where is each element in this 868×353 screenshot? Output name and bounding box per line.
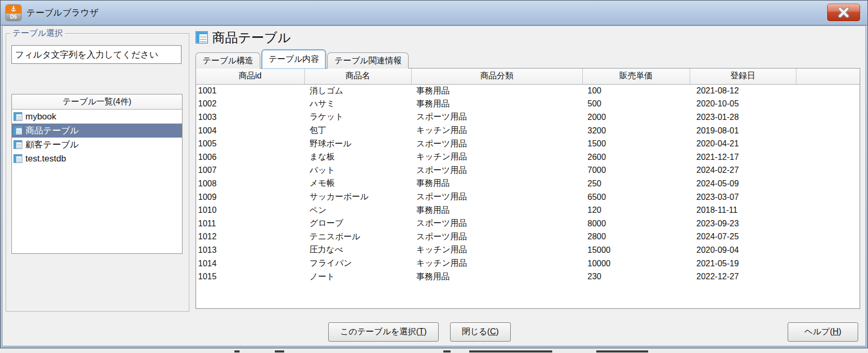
- table-cell: 野球ボール: [304, 137, 411, 151]
- table-list-item[interactable]: 商品テーブル: [12, 124, 182, 138]
- table-cell: 2022-12-27: [690, 270, 796, 283]
- table-list-item[interactable]: 顧客テーブル: [12, 138, 182, 152]
- tab[interactable]: テーブル内容: [261, 49, 326, 69]
- table-row[interactable]: 1008メモ帳事務用品2502024-05-09: [196, 177, 860, 191]
- table-cell: 1008: [196, 177, 304, 191]
- background-window-fragment: [596, 350, 648, 352]
- table-cell: 1007: [196, 164, 304, 178]
- table-cell: 2024-05-09: [690, 177, 796, 191]
- table-cell: 2000: [582, 111, 690, 124]
- table-cell: 2024-07-25: [690, 230, 796, 244]
- dialog-client-area: テーブル選択 テーブル一覧(4件) mybook 商品テーブル: [2, 25, 866, 346]
- table-cell: テニスボール: [304, 230, 411, 244]
- filter-input[interactable]: [11, 45, 181, 64]
- table-cell: フライパン: [304, 257, 411, 270]
- table-cell: 500: [582, 98, 690, 111]
- table-cell: 120: [582, 203, 690, 217]
- close-button[interactable]: [827, 4, 860, 21]
- table-cell: 2018-11-11: [690, 203, 796, 217]
- table-row[interactable]: 1013圧力なべキッチン用品150002020-09-04: [196, 243, 860, 257]
- table-cell: ノート: [304, 270, 411, 283]
- app-icon: D5: [6, 5, 21, 21]
- column-header[interactable]: 商品名: [304, 69, 411, 84]
- column-header[interactable]: 登録日: [690, 69, 796, 84]
- table-cell: ペン: [304, 203, 411, 217]
- table-cell: ハサミ: [304, 98, 411, 111]
- table-cell: 1015: [196, 270, 304, 283]
- table-cell: スポーツ用品: [411, 230, 582, 244]
- table-list-item-label: 顧客テーブル: [25, 139, 79, 151]
- table-cell: バット: [304, 164, 411, 178]
- table-cell: 1010: [196, 203, 304, 217]
- background-window-fragment: [469, 350, 552, 352]
- table-cell: 事務用品: [411, 177, 582, 191]
- column-header[interactable]: 販売単価: [582, 69, 690, 84]
- help-button[interactable]: ヘルプ(H): [788, 322, 858, 342]
- table-cell: 2023-03-07: [690, 191, 796, 204]
- table-list-item[interactable]: test.testdb: [12, 152, 182, 166]
- table-cell: 2020-09-04: [690, 243, 796, 257]
- table-cell: 1011: [196, 217, 304, 230]
- table-cell: スポーツ用品: [411, 137, 582, 151]
- table-cell: 8000: [582, 217, 690, 230]
- table-row[interactable]: 1011グローブスポーツ用品80002023-09-23: [196, 217, 860, 230]
- table-cell: 6500: [582, 191, 690, 204]
- table-row[interactable]: 1005野球ボールスポーツ用品15002020-04-21: [196, 137, 860, 151]
- background-window-fragment: [275, 350, 284, 352]
- select-table-button[interactable]: このテーブルを選択(T): [328, 322, 439, 342]
- titlebar[interactable]: D5 テーブルブラウザ: [1, 1, 867, 25]
- table-cell: 1009: [196, 191, 304, 204]
- table-list-item[interactable]: mybook: [12, 110, 182, 124]
- table-icon: [13, 154, 22, 163]
- table-cell: 2021-12-17: [690, 151, 796, 164]
- tab[interactable]: テーブル構造: [195, 52, 260, 69]
- column-header[interactable]: 商品分類: [411, 69, 582, 84]
- table-cell: 10000: [582, 257, 690, 270]
- table-cell: キッチン用品: [411, 257, 582, 270]
- app-icon-label: D5: [6, 13, 21, 21]
- column-header[interactable]: 商品id: [196, 69, 304, 84]
- table-content-panel: 商品id商品名商品分類販売単価登録日 1001消しゴム事務用品1002021-0…: [195, 68, 860, 309]
- table-cell: キッチン用品: [411, 151, 582, 164]
- table-cell: 事務用品: [411, 98, 582, 111]
- table-cell-filler: [796, 270, 860, 283]
- close-dialog-button[interactable]: 閉じる(C): [450, 322, 511, 342]
- table-row[interactable]: 1009サッカーボールスポーツ用品65002023-03-07: [196, 191, 860, 204]
- table-icon: [195, 31, 208, 44]
- window-title: テーブルブラウザ: [26, 7, 99, 19]
- table-row[interactable]: 1012テニスボールスポーツ用品28002024-07-25: [196, 230, 860, 244]
- table-cell: 15000: [582, 243, 690, 257]
- table-cell-filler: [796, 230, 860, 244]
- table-cell: 消しゴム: [304, 84, 411, 98]
- table-row[interactable]: 1007バットスポーツ用品70002024-02-27: [196, 164, 860, 178]
- tab-label: テーブル構造: [203, 56, 253, 66]
- table-row[interactable]: 1004包丁キッチン用品32002019-08-01: [196, 124, 860, 138]
- tab[interactable]: テーブル関連情報: [327, 52, 409, 69]
- table-list-header[interactable]: テーブル一覧(4件): [12, 94, 182, 110]
- table-row[interactable]: 1003ラケットスポーツ用品20002023-01-28: [196, 111, 860, 124]
- table-cell: 1500: [582, 137, 690, 151]
- table-cell: サッカーボール: [304, 191, 411, 204]
- table-row[interactable]: 1015ノート事務用品2302022-12-27: [196, 270, 860, 283]
- table-row[interactable]: 1014フライパンキッチン用品100002021-05-19: [196, 257, 860, 270]
- button-bar: このテーブルを選択(T) 閉じる(C) ヘルプ(H): [3, 322, 865, 342]
- table-cell: 1001: [196, 84, 304, 98]
- tab-label: テーブル関連情報: [334, 56, 401, 66]
- background-window-fragment: [234, 350, 240, 352]
- table-cell-filler: [796, 243, 860, 257]
- table-cell: 2024-02-27: [690, 164, 796, 178]
- table-cell: 2019-08-01: [690, 124, 796, 138]
- table-header-row: 商品id商品名商品分類販売単価登録日: [196, 69, 860, 84]
- table-cell: メモ帳: [304, 177, 411, 191]
- tab-label: テーブル内容: [269, 54, 319, 65]
- table-list-item-label: 商品テーブル: [25, 125, 79, 137]
- table-cell: 7000: [582, 164, 690, 178]
- table-cell: 圧力なべ: [304, 243, 411, 257]
- table-cell: 2021-05-19: [690, 257, 796, 270]
- table-cell-filler: [796, 217, 860, 230]
- table-row[interactable]: 1002ハサミ事務用品5002020-10-05: [196, 98, 860, 111]
- table-browser-window: D5 テーブルブラウザ テーブル選択 テーブル一覧(4件) mybook: [0, 0, 868, 348]
- table-row[interactable]: 1001消しゴム事務用品1002021-08-12: [196, 84, 860, 98]
- table-row[interactable]: 1006まな板キッチン用品26002021-12-17: [196, 151, 860, 164]
- table-row[interactable]: 1010ペン事務用品1202018-11-11: [196, 203, 860, 217]
